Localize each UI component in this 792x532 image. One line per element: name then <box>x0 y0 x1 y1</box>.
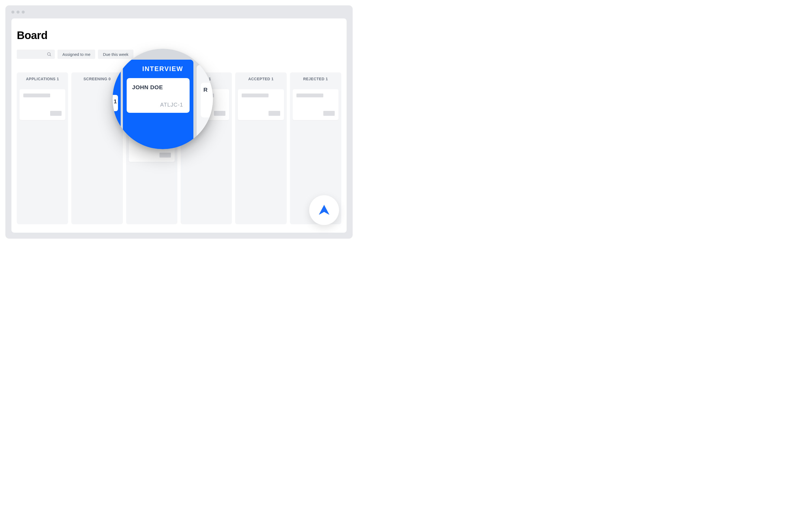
card-id-placeholder <box>214 111 225 116</box>
magnifier-column-title: INTERVIEW <box>113 65 213 73</box>
filter-due-this-week[interactable]: Due this week <box>98 50 133 59</box>
search-input[interactable] <box>17 50 55 59</box>
send-button[interactable] <box>309 195 339 225</box>
magnifier-card[interactable]: JOHN DOE ATLJC-1 <box>127 78 190 113</box>
window-dot-close[interactable] <box>12 11 14 14</box>
card-title-placeholder <box>23 94 50 97</box>
browser-window: Board Assigned to me Due this week APPLI… <box>5 5 353 239</box>
card[interactable] <box>20 89 65 120</box>
send-icon <box>317 203 331 217</box>
card-id-placeholder <box>50 111 61 116</box>
window-dot-minimize[interactable] <box>17 11 20 14</box>
page-title: Board <box>12 29 347 41</box>
column-header: SCREENING 0 <box>74 77 120 81</box>
column-header: ACCEPTED 1 <box>238 77 284 81</box>
card-title-placeholder <box>297 94 323 97</box>
column-header: REJECTED 1 <box>293 77 339 81</box>
card-id-placeholder <box>159 153 171 157</box>
window-dot-maximize[interactable] <box>22 11 25 14</box>
magnifier-card-name: JOHN DOE <box>132 84 184 91</box>
filter-assigned-to-me[interactable]: Assigned to me <box>57 50 95 59</box>
column-applications[interactable]: APPLICATIONS 1 <box>17 72 68 224</box>
browser-chrome <box>5 5 353 18</box>
magnifier-card-id: ATLJC-1 <box>160 102 183 108</box>
card-id-placeholder <box>323 111 335 116</box>
svg-line-1 <box>50 55 51 56</box>
card-id-placeholder <box>268 111 280 116</box>
column-accepted[interactable]: ACCEPTED 1 <box>235 72 286 224</box>
card[interactable] <box>238 89 284 120</box>
magnifier-overlay: 1 R INTERVIEW JOHN DOE ATLJC-1 <box>113 49 213 149</box>
card-title-placeholder <box>242 94 268 97</box>
card[interactable] <box>293 89 339 120</box>
column-header: APPLICATIONS 1 <box>20 77 65 81</box>
magnifier-left-card-peek: 1 <box>113 95 118 111</box>
magnifier-right-card-peek: R <box>201 83 213 117</box>
svg-point-0 <box>48 53 51 56</box>
search-icon <box>46 52 52 57</box>
